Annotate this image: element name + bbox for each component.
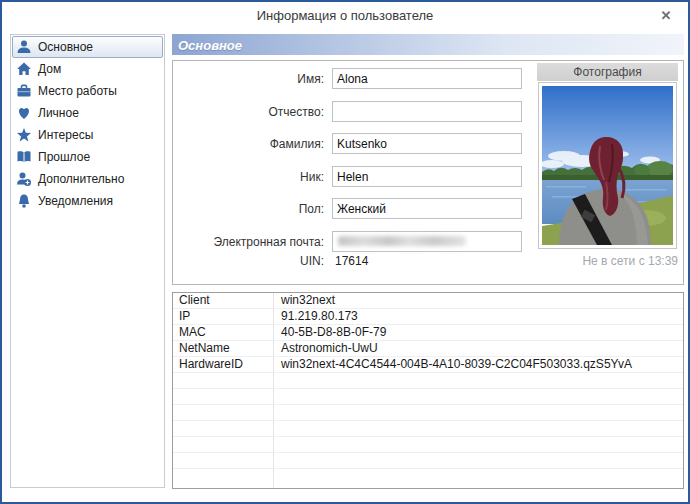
sidebar-item-heart[interactable]: Личное bbox=[12, 102, 163, 124]
form-row-first-name: Имя: bbox=[172, 68, 532, 89]
table-cell-key bbox=[173, 405, 274, 420]
gender-label: Пол: bbox=[172, 202, 324, 216]
person-plus-icon bbox=[16, 171, 33, 187]
table-cell-key: IP bbox=[173, 309, 274, 324]
table-row[interactable]: Clientwin32next bbox=[173, 293, 683, 309]
table-cell-value: 40-5B-D8-8B-0F-79 bbox=[274, 325, 683, 340]
table-row[interactable]: NetNameAstronomich-UwU bbox=[173, 341, 683, 357]
table-cell-value bbox=[274, 437, 683, 452]
last-name-field[interactable] bbox=[332, 133, 522, 154]
table-row[interactable] bbox=[173, 437, 683, 453]
online-status: Не в сети с 13:39 bbox=[502, 254, 678, 268]
table-row[interactable] bbox=[173, 453, 683, 469]
nickname-field[interactable] bbox=[332, 166, 522, 187]
star-icon bbox=[16, 127, 33, 143]
sidebar-item-person[interactable]: Основное bbox=[12, 36, 163, 58]
table-cell-value bbox=[274, 405, 683, 420]
sidebar-item-label: Дополнительно bbox=[38, 172, 124, 186]
briefcase-icon bbox=[16, 83, 33, 99]
sidebar-item-star[interactable]: Интересы bbox=[12, 124, 163, 146]
table-row[interactable] bbox=[173, 373, 683, 389]
first-name-field[interactable] bbox=[332, 68, 522, 89]
section-header-label: Основное bbox=[178, 38, 242, 53]
table-row[interactable] bbox=[173, 389, 683, 405]
table-cell-key bbox=[173, 437, 274, 452]
bell-icon bbox=[16, 193, 33, 209]
sidebar-item-bell[interactable]: Уведомления bbox=[12, 190, 163, 212]
sidebar-item-label: Прошлое bbox=[38, 150, 90, 164]
photo-header: Фотография bbox=[537, 63, 678, 81]
person-icon bbox=[16, 39, 33, 55]
last-name-label: Фамилия: bbox=[172, 137, 324, 151]
photo-image bbox=[542, 86, 673, 245]
heart-icon bbox=[16, 105, 33, 121]
sidebar-item-label: Основное bbox=[38, 40, 93, 54]
table-cell-value bbox=[274, 421, 683, 436]
close-icon[interactable]: ✕ bbox=[658, 8, 674, 24]
table-row[interactable]: IP91.219.80.173 bbox=[173, 309, 683, 325]
table-cell-key bbox=[173, 469, 274, 488]
table-cell-key bbox=[173, 421, 274, 436]
table-cell-value bbox=[274, 389, 683, 404]
form-row-gender: Пол: bbox=[172, 198, 532, 219]
table-row[interactable] bbox=[173, 421, 683, 437]
details-table: Clientwin32nextIP91.219.80.173MAC40-5B-D… bbox=[172, 292, 684, 489]
middle-name-field[interactable] bbox=[332, 101, 522, 122]
user-info-window: Информация о пользователе ✕ ОсновноеДомМ… bbox=[0, 0, 690, 504]
table-cell-value bbox=[274, 373, 683, 388]
sidebar-item-label: Уведомления bbox=[38, 194, 113, 208]
window-title: Информация о пользователе bbox=[2, 2, 688, 30]
uin-value: 17614 bbox=[335, 254, 368, 268]
table-row[interactable] bbox=[173, 405, 683, 421]
nickname-label: Ник: bbox=[172, 170, 324, 184]
table-cell-value bbox=[274, 469, 683, 488]
table-cell-value bbox=[274, 453, 683, 468]
sidebar-item-briefcase[interactable]: Место работы bbox=[12, 80, 163, 102]
table-cell-key bbox=[173, 453, 274, 468]
home-icon bbox=[16, 61, 33, 77]
table-cell-key: HardwareID bbox=[173, 357, 274, 372]
table-cell-key: NetName bbox=[173, 341, 274, 356]
sidebar-item-home[interactable]: Дом bbox=[12, 58, 163, 80]
table-cell-key bbox=[173, 373, 274, 388]
form-row-email: Электронная почта: bbox=[172, 231, 532, 252]
table-cell-key bbox=[173, 389, 274, 404]
sidebar: ОсновноеДомМесто работыЛичноеИнтересыПро… bbox=[10, 34, 165, 488]
sidebar-item-book[interactable]: Прошлое bbox=[12, 146, 163, 168]
uin-label: UIN: bbox=[172, 254, 324, 268]
sidebar-item-label: Интересы bbox=[38, 128, 93, 142]
table-cell-value: Astronomich-UwU bbox=[274, 341, 683, 356]
email-label: Электронная почта: bbox=[172, 235, 324, 249]
table-cell-value: win32next bbox=[274, 293, 683, 308]
table-row[interactable] bbox=[173, 469, 683, 488]
table-cell-value: win32next-4C4C4544-004B-4A10-8039-C2C04F… bbox=[274, 357, 683, 372]
middle-name-label: Отчество: bbox=[172, 105, 324, 119]
sidebar-item-label: Место работы bbox=[38, 84, 117, 98]
table-row[interactable]: MAC40-5B-D8-8B-0F-79 bbox=[173, 325, 683, 341]
form-row-middle-name: Отчество: bbox=[172, 101, 532, 122]
sidebar-item-person-plus[interactable]: Дополнительно bbox=[12, 168, 163, 190]
table-cell-value: 91.219.80.173 bbox=[274, 309, 683, 324]
book-icon bbox=[16, 149, 33, 165]
table-cell-key: MAC bbox=[173, 325, 274, 340]
first-name-label: Имя: bbox=[172, 72, 324, 86]
email-field[interactable] bbox=[332, 231, 522, 252]
form-row-last-name: Фамилия: bbox=[172, 133, 532, 154]
profile-photo bbox=[538, 82, 677, 249]
form-row-nickname: Ник: bbox=[172, 166, 532, 187]
titlebar: Информация о пользователе ✕ bbox=[2, 2, 688, 32]
sidebar-item-label: Личное bbox=[38, 106, 79, 120]
gender-field[interactable] bbox=[332, 198, 522, 219]
sidebar-item-label: Дом bbox=[38, 62, 61, 76]
table-cell-key: Client bbox=[173, 293, 274, 308]
uin-row: UIN: 17614 bbox=[172, 254, 532, 270]
table-row[interactable]: HardwareIDwin32next-4C4C4544-004B-4A10-8… bbox=[173, 357, 683, 373]
section-header: Основное bbox=[172, 34, 684, 55]
